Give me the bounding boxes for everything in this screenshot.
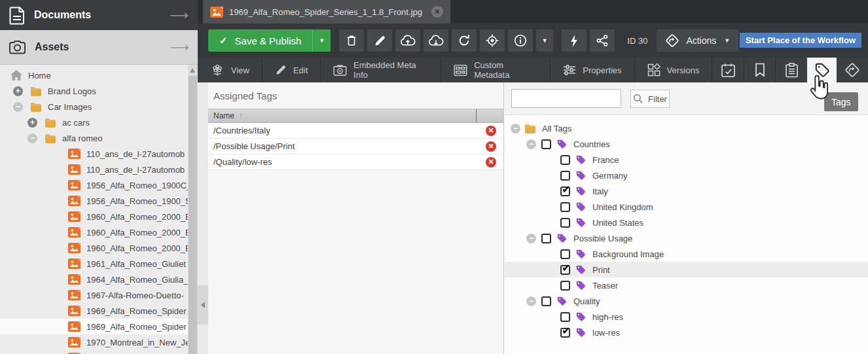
asset-tree-item[interactable]: 110_ans_de_l-27automob: [0, 146, 188, 162]
asset-tree-item[interactable]: 1969_Alfa_Romeo_Spider: [0, 319, 188, 334]
tag-tree-item[interactable]: −Quality: [505, 293, 868, 309]
tag-checkbox[interactable]: [541, 296, 551, 306]
close-tab-icon[interactable]: ×: [431, 6, 443, 18]
tab-properties[interactable]: Properties: [551, 58, 634, 82]
assets-panel-header[interactable]: Assets ⟶: [0, 30, 198, 65]
tag-checkbox[interactable]: [560, 218, 570, 228]
tag-tree-item[interactable]: Print: [505, 262, 868, 277]
assigned-tag-row[interactable]: /Countries/Italy✕: [208, 123, 503, 139]
remove-tag-button[interactable]: ✕: [486, 141, 496, 152]
tag-tree-item[interactable]: Teaser: [505, 277, 868, 293]
share-button[interactable]: [590, 29, 615, 52]
tag-tree-item[interactable]: −All Tags: [505, 120, 868, 136]
collapse-minus-icon[interactable]: −: [526, 139, 536, 149]
tag-checkbox[interactable]: [560, 202, 570, 212]
delete-button[interactable]: [339, 29, 364, 52]
tag-tree-item[interactable]: Italy: [505, 183, 868, 199]
locate-in-tree-button[interactable]: [480, 29, 505, 52]
asset-tree-item[interactable]: 1961_Alfa_Romeo_Giuliet: [0, 256, 188, 272]
remove-tag-button[interactable]: ✕: [486, 157, 496, 168]
rename-button[interactable]: [367, 29, 392, 52]
asset-tree-item[interactable]: +Brand Logos: [0, 83, 188, 99]
upload-button[interactable]: [395, 29, 420, 52]
collapse-left-icon[interactable]: [201, 302, 205, 308]
tab-custom-metadata[interactable]: Custom Metadata: [441, 58, 550, 82]
info-button[interactable]: [508, 29, 533, 52]
tag-checkbox[interactable]: [541, 139, 551, 149]
asset-tree-item[interactable]: 1956_Alfa_Romeo_1900_S: [0, 193, 188, 209]
tab-workflow[interactable]: [837, 58, 868, 82]
tag-checkbox[interactable]: [541, 234, 551, 243]
remove-tag-button[interactable]: ✕: [486, 126, 496, 136]
collapse-minus-icon[interactable]: −: [526, 296, 536, 306]
column-divider[interactable]: [476, 109, 477, 122]
tag-tree-item[interactable]: France: [505, 152, 868, 168]
reload-button[interactable]: [452, 29, 477, 52]
quick-actions-button[interactable]: [562, 29, 587, 52]
documents-panel-header[interactable]: Documents ⟶: [0, 0, 198, 30]
assigned-grid-header[interactable]: Name ↑: [208, 109, 503, 123]
tab-embedded-meta-info[interactable]: Embedded Meta Info: [321, 58, 441, 82]
collapse-minus-icon[interactable]: −: [27, 133, 37, 143]
collapse-minus-icon[interactable]: −: [511, 124, 520, 133]
tag-tree-item[interactable]: −Countries: [505, 136, 868, 152]
save-publish-button[interactable]: ✓Save & Publish ▼: [208, 29, 331, 52]
asset-tree-item[interactable]: 1956_Alfa_Romeo_1900C_: [0, 177, 188, 193]
workflow-state-button[interactable]: Start Place of the Workflow: [740, 33, 861, 48]
asset-tree-item[interactable]: [0, 350, 188, 354]
tab-schedule[interactable]: [712, 58, 744, 82]
expand-panel-arrow-icon[interactable]: ⟶: [170, 9, 189, 22]
tag-tree-item[interactable]: United Kingdom: [505, 199, 868, 215]
asset-tree-item[interactable]: 1964_Alfa_Romeo_Giulia_: [0, 272, 188, 287]
tag-tree-item[interactable]: Background Image: [505, 246, 868, 262]
tab-versions[interactable]: Versions: [635, 58, 712, 82]
splitter-grip[interactable]: [198, 285, 208, 325]
tree-scrollbar[interactable]: [188, 65, 198, 354]
expand-panel-arrow-icon[interactable]: ⟶: [170, 41, 189, 54]
assigned-tag-row[interactable]: /Possible Usage/Print✕: [208, 139, 503, 154]
scroll-up-arrow-icon[interactable]: [190, 68, 195, 73]
asset-tree-item[interactable]: 1960_Alfa_Romeo_2000_E: [0, 240, 188, 256]
tag-tree-item[interactable]: Germany: [505, 168, 868, 183]
tab-dependencies[interactable]: [744, 58, 776, 82]
tag-tree-item[interactable]: −Possible Usage: [505, 230, 868, 246]
asset-tree-item[interactable]: Home: [0, 67, 188, 83]
collapse-minus-icon[interactable]: −: [13, 102, 23, 112]
tab-view[interactable]: View: [198, 58, 262, 82]
filter-input[interactable]: [511, 89, 621, 108]
tag-tree-item[interactable]: high-res: [505, 309, 868, 325]
asset-tree-item[interactable]: −Car Images: [0, 99, 188, 115]
save-dropdown-caret[interactable]: ▼: [312, 29, 331, 52]
info-dropdown-caret[interactable]: ▼: [536, 29, 553, 52]
expand-plus-icon[interactable]: +: [13, 86, 23, 96]
tab-notes-events[interactable]: [776, 58, 807, 82]
asset-tab[interactable]: 1969_Alfa_Romeo_Spider_Series_1_1.8_Fron…: [203, 0, 450, 24]
download-button[interactable]: [424, 29, 448, 52]
tag-tree-item[interactable]: United States: [505, 215, 868, 230]
tag-checkbox[interactable]: [560, 155, 570, 165]
tag-checkbox[interactable]: [560, 265, 570, 275]
asset-tree-item[interactable]: 110_ans_de_l-27automob: [0, 162, 188, 177]
tag-checkbox[interactable]: [560, 249, 570, 259]
filter-button[interactable]: Filter: [630, 90, 670, 108]
tag-checkbox[interactable]: [560, 328, 570, 338]
tag-checkbox[interactable]: [560, 281, 570, 291]
tag-checkbox[interactable]: [560, 171, 570, 181]
tag-tree-item[interactable]: low-res: [505, 325, 868, 340]
asset-tree-item[interactable]: 1969_Alfa_Romeo_Spider: [0, 303, 188, 319]
asset-tree-item[interactable]: −alfa romeo: [0, 130, 188, 146]
asset-tree-item[interactable]: 1960_Alfa_Romeo_2000_E: [0, 209, 188, 224]
asset-tree-item[interactable]: 1967-Alfa-Romeo-Duetto-: [0, 287, 188, 303]
name-column-header[interactable]: Name: [213, 111, 234, 120]
asset-tree-item[interactable]: +ac cars: [0, 115, 188, 130]
tag-checkbox[interactable]: [560, 186, 570, 196]
collapse-minus-icon[interactable]: −: [526, 234, 536, 243]
asset-tree-item[interactable]: 1960_Alfa_Romeo_2000_E: [0, 224, 188, 240]
scrollbar-thumb[interactable]: [189, 76, 197, 354]
expand-plus-icon[interactable]: +: [27, 118, 37, 128]
panel-splitter[interactable]: [198, 82, 208, 354]
tag-checkbox[interactable]: [560, 312, 570, 322]
assigned-tag-row[interactable]: /Quality/low-res✕: [208, 154, 503, 170]
asset-tree-item[interactable]: 1970_Montreal_in_New_Je: [0, 334, 188, 350]
tab-edit[interactable]: Edit: [262, 58, 320, 82]
